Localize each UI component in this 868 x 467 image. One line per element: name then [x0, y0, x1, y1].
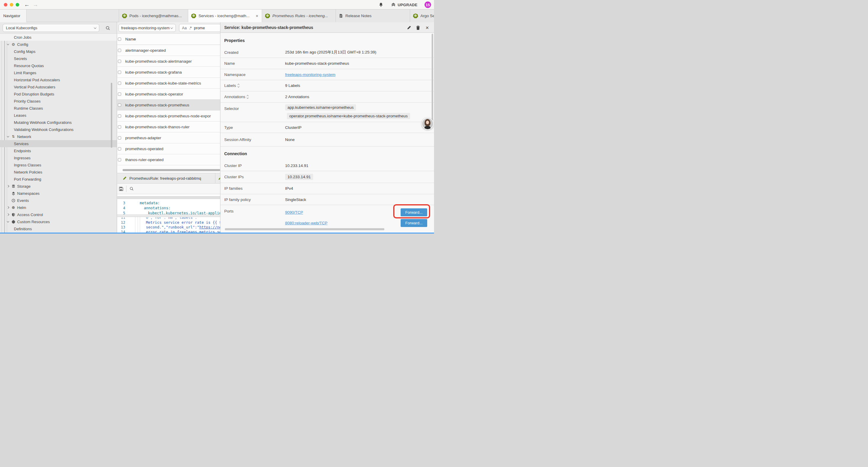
row-checkbox[interactable] [118, 125, 121, 128]
table-row[interactable]: kube-prometheus-stack-prometheus [117, 99, 220, 111]
table-row[interactable]: kube-prometheus-stack-operator [117, 89, 220, 99]
sidebar-item-config-maps[interactable]: Config Maps [0, 48, 117, 55]
chevron-right-icon[interactable] [6, 207, 10, 208]
sidebar-item-horizontal-pod-autoscalers[interactable]: Horizontal Pod Autoscalers [0, 76, 117, 83]
delete-button[interactable] [415, 25, 421, 30]
row-checkbox[interactable] [118, 92, 121, 96]
sidebar-item-priority-classes[interactable]: Priority Classes [0, 97, 117, 105]
yaml-editor[interactable]: 3metadata:4annotations:5kubectl.kubernet… [117, 199, 220, 233]
back-button[interactable]: ← [23, 1, 30, 9]
sidebar-item-ingresses[interactable]: Ingresses [0, 154, 117, 162]
close-window-button[interactable] [4, 3, 7, 6]
sidebar-item-pod-disruption-budgets[interactable]: Pod Disruption Budgets [0, 90, 117, 97]
sidebar-item-validating-webhook-configurations[interactable]: Validating Webhook Configurations [0, 126, 117, 133]
maximize-window-button[interactable] [16, 3, 19, 6]
sidebar-item-config[interactable]: ⚙Config [0, 41, 117, 48]
tab-argo-se[interactable]: ☸Argo Se [410, 9, 434, 22]
table-row[interactable]: kube-prometheus-stack-prometheus-node-ex… [117, 111, 220, 121]
kubeconfig-dropdown[interactable]: Local Kubeconfigs [3, 24, 99, 32]
close-panel-button[interactable]: × [425, 25, 430, 30]
sidebar-item-events[interactable]: Events [0, 197, 117, 204]
row-checkbox[interactable] [118, 104, 121, 107]
chevron-down-icon[interactable] [6, 43, 10, 45]
sidebar-item-vertical-pod-autoscalers[interactable]: Vertical Pod Autoscalers [0, 83, 117, 90]
avatar[interactable] [422, 118, 434, 130]
table-row[interactable]: kube-prometheus-stack-alertmanager [117, 56, 220, 67]
sidebar-item-port-forwarding[interactable]: Port Forwarding [0, 176, 117, 183]
forward-button[interactable]: Forward... [401, 219, 427, 227]
save-button[interactable] [117, 186, 125, 191]
sidebar-item-endpoints[interactable]: Endpoints [0, 147, 117, 154]
port-link[interactable]: 8080:reloader-web/TCP [285, 221, 327, 225]
sidebar-item-services[interactable]: Services [0, 140, 117, 147]
row-checkbox[interactable] [118, 60, 121, 63]
sidebar-item-access-control[interactable]: Access Control [0, 211, 117, 218]
sidebar-item-leases[interactable]: Leases [0, 112, 117, 119]
table-row[interactable]: kube-prometheus-stack-kube-state-metrics [117, 78, 220, 89]
row-checkbox[interactable] [118, 158, 121, 162]
match-case-toggle[interactable]: Aa [182, 26, 187, 30]
sort-expander-icon[interactable] [247, 95, 248, 98]
sidebar-item-definitions[interactable]: Definitions [0, 225, 117, 232]
sidebar-item-helm[interactable]: ☸Helm [0, 204, 117, 211]
namespace-link[interactable]: freeleaps-monitoring-system [285, 72, 335, 77]
sidebar-item-network[interactable]: ⇅Network [0, 133, 117, 140]
forward-button[interactable]: Forward... [401, 208, 427, 216]
table-row[interactable]: thanos-ruler-operated [117, 154, 220, 165]
table-row[interactable]: kube-prometheus-stack-thanos-ruler [117, 121, 220, 133]
notification-badge[interactable]: 15 [425, 1, 431, 8]
sidebar-item-storage[interactable]: Storage [0, 183, 117, 190]
chevron-down-icon[interactable] [6, 136, 10, 138]
sidebar-item-network-policies[interactable]: Network Policies [0, 169, 117, 176]
detail-row-cluster-ip: Cluster IP10.233.14.91 [220, 160, 434, 171]
tab-close-icon[interactable]: × [255, 13, 259, 18]
sidebar-item-mutating-webhook-configurations[interactable]: Mutating Webhook Configurations [0, 119, 117, 126]
chevron-right-icon[interactable] [6, 185, 10, 187]
row-checkbox[interactable] [118, 114, 121, 118]
tab-services-icecheng-math[interactable]: ☸Services - icecheng@math...× [188, 9, 262, 22]
namespace-dropdown[interactable]: freeleaps-monitoring-system [119, 24, 176, 32]
detail-horizontal-scrollbar[interactable] [225, 228, 384, 230]
table-row[interactable]: prometheus-adapter [117, 133, 220, 143]
edit-button[interactable] [406, 25, 411, 30]
resource-search-input[interactable]: Aa .* prome [179, 24, 221, 32]
select-all-checkbox[interactable] [118, 37, 121, 41]
upgrade-button[interactable]: UPGRADE [391, 2, 417, 7]
row-checkbox[interactable] [118, 71, 121, 74]
regex-toggle[interactable]: .* [189, 26, 191, 30]
detail-label: IP family policy [224, 198, 285, 202]
chevron-down-icon[interactable] [6, 221, 10, 223]
row-checkbox[interactable] [118, 49, 121, 52]
notifications-button[interactable] [377, 0, 385, 9]
forward-button[interactable]: → [32, 1, 39, 9]
table-row[interactable]: alertmanager-operated [117, 45, 220, 56]
sidebar-item-cron-jobs[interactable]: Cron Jobs [0, 34, 117, 41]
sidebar-scrollbar[interactable] [111, 83, 112, 148]
sidebar-item-namespaces[interactable]: Namespaces [0, 190, 117, 197]
row-checkbox[interactable] [118, 136, 121, 140]
chevron-right-icon[interactable] [6, 214, 10, 215]
table-row[interactable]: kube-prometheus-stack-grafana [117, 67, 220, 78]
sidebar-item-resource-quotas[interactable]: Resource Quotas [0, 62, 117, 69]
sidebar-item-secrets[interactable]: Secrets [0, 55, 117, 62]
horizontal-scrollbar[interactable] [123, 169, 220, 171]
cluster-search-button[interactable] [104, 24, 112, 32]
editor-tab-partial[interactable] [215, 173, 220, 183]
navigator-panel-tab[interactable]: Navigator [0, 9, 27, 22]
tab-pods-icecheng-mathmas[interactable]: ☸Pods - icecheng@mathmas... [119, 9, 188, 22]
port-link[interactable]: 9090/TCP [285, 210, 303, 214]
row-checkbox[interactable] [118, 82, 121, 85]
detail-scrollbar[interactable] [432, 34, 433, 122]
minimize-window-button[interactable] [10, 3, 13, 6]
editor-search-button[interactable] [128, 186, 135, 191]
sidebar-item-ingress-classes[interactable]: Ingress Classes [0, 162, 117, 169]
table-row[interactable]: prometheus-operated [117, 143, 220, 154]
tab-prometheus-rules-icecheng[interactable]: ☸Prometheus Rules - icecheng... [262, 9, 336, 22]
sidebar-item-runtime-classes[interactable]: Runtime Classes [0, 105, 117, 112]
row-checkbox[interactable] [118, 147, 121, 150]
editor-tab[interactable]: PrometheusRule: freeleaps-prod-rabbitmq [117, 173, 215, 183]
tab-release-notes[interactable]: Release Notes [336, 9, 410, 22]
sidebar-item-custom-resources[interactable]: Custom Resources [0, 218, 117, 225]
sort-expander-icon[interactable] [238, 84, 239, 87]
sidebar-item-limit-ranges[interactable]: Limit Ranges [0, 69, 117, 76]
